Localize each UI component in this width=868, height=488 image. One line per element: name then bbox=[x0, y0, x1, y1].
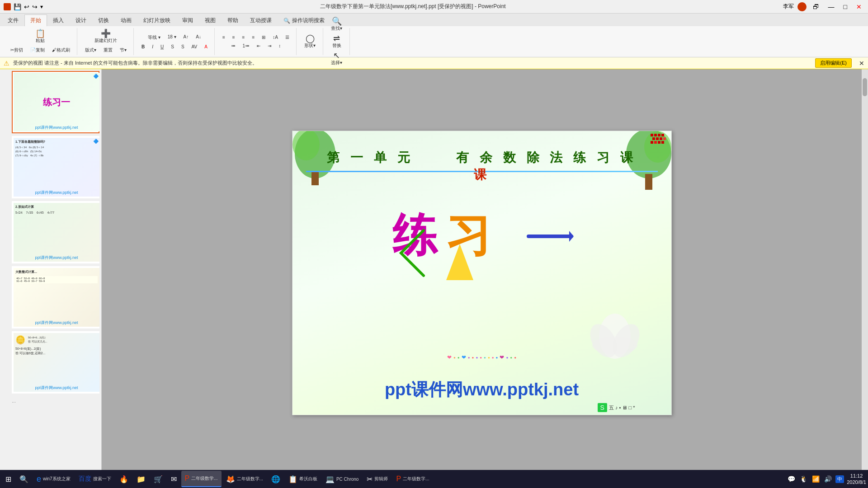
wechat-icon[interactable]: 💬 bbox=[787, 474, 796, 483]
slide-item-4[interactable]: 4 * 大数整式计算... 40÷7 52÷8 46÷9 60÷8 31÷6 4… bbox=[2, 266, 99, 328]
tab-file[interactable]: 文件 bbox=[2, 14, 24, 26]
bold-btn[interactable]: B bbox=[138, 43, 148, 51]
tab-insert[interactable]: 插入 bbox=[47, 14, 70, 26]
shapes-btn[interactable]: ◯ 形状▾ bbox=[301, 33, 319, 50]
find-btn[interactable]: 🔍 查找▾ bbox=[328, 16, 346, 33]
bullet-btn[interactable]: ≔ bbox=[228, 42, 239, 50]
quick-access-save[interactable]: 💾 bbox=[14, 3, 21, 10]
align-center-btn[interactable]: ≡ bbox=[229, 33, 238, 41]
input-method-icon[interactable]: 中 bbox=[835, 475, 844, 483]
shadow-btn[interactable]: S bbox=[178, 43, 188, 51]
svg-rect-14 bbox=[651, 141, 653, 144]
tab-slideshow[interactable]: 幻灯片放映 bbox=[137, 14, 176, 26]
slide-item-1[interactable]: 1 * 练习一 🔷 ppt课件网www.pptkj.net bbox=[2, 71, 99, 133]
yellow-decoration bbox=[446, 244, 473, 282]
tab-view[interactable]: 视图 bbox=[199, 14, 222, 26]
font-color-btn[interactable]: A bbox=[201, 43, 211, 51]
user-avatar[interactable] bbox=[797, 2, 807, 11]
volume-icon[interactable]: 🔊 bbox=[823, 474, 833, 483]
slide-item-3[interactable]: 3 * 2.形如式计算 5√247√356√454√77 ppt课件网www.p… bbox=[2, 201, 99, 263]
quick-access-undo[interactable]: ↩ bbox=[24, 3, 29, 10]
smartart-btn[interactable]: ☰ bbox=[282, 33, 292, 41]
enable-edit-button[interactable]: 启用编辑(E) bbox=[815, 58, 852, 68]
slide-thumb-2[interactable]: 1.下面各题能整除吗? (4) 5＜34 6x (8) 5＜14 (6) 6＜c… bbox=[12, 136, 99, 198]
tab-transitions[interactable]: 切换 bbox=[92, 14, 115, 26]
minimize-btn[interactable]: — bbox=[826, 2, 837, 11]
copy-btn[interactable]: 📄复制 bbox=[27, 46, 48, 55]
lotus-decoration bbox=[585, 305, 644, 361]
underline-btn[interactable]: U bbox=[157, 43, 167, 51]
strikethrough-btn[interactable]: S bbox=[168, 43, 177, 51]
taskbar-folder[interactable]: 📁 bbox=[133, 471, 149, 487]
slide-thumb-1[interactable]: 练习一 🔷 ppt课件网www.pptkj.net bbox=[12, 71, 99, 133]
taskbar-baidu[interactable]: 百度 搜索一下 bbox=[75, 471, 115, 487]
increase-font[interactable]: A↑ bbox=[180, 33, 192, 42]
taskbar-cut[interactable]: ✂ 剪辑师 bbox=[363, 471, 392, 487]
decrease-font[interactable]: A↓ bbox=[193, 33, 204, 42]
ppt1-icon: P bbox=[185, 474, 190, 483]
slide-thumb-5[interactable]: 🪙 50÷8=6...2(元)答:可以买几元... 50÷8=6(套)...2(… bbox=[12, 331, 99, 394]
char-space-btn[interactable]: AV bbox=[189, 43, 201, 51]
protected-bar-close-btn[interactable]: ✕ bbox=[859, 60, 864, 67]
start-button[interactable]: ⊞ bbox=[2, 471, 15, 487]
restore-down-btn[interactable]: 🗗 bbox=[810, 2, 822, 11]
search-button[interactable]: 🔍 bbox=[16, 471, 32, 487]
vertical-scrollbar[interactable] bbox=[862, 69, 868, 477]
italic-btn[interactable]: I bbox=[149, 43, 156, 51]
layout-btn[interactable]: 版式▾ bbox=[82, 46, 99, 55]
slide-preview-4: 大数整式计算... 40÷7 52÷8 46÷9 60÷8 31÷6 45÷9 … bbox=[14, 268, 99, 327]
ribbon-group-paragraph: ≡ ≡ ≡ ≡ ⊞ ↕A ☰ ≔ 1≔ ⇤ ⇥ ↕ bbox=[216, 28, 297, 55]
section-btn[interactable]: 节▾ bbox=[117, 46, 130, 55]
new-slide-btn[interactable]: ➕ 新建幻灯片 bbox=[93, 28, 119, 45]
text-dir-btn[interactable]: ↕A bbox=[269, 33, 281, 41]
system-clock[interactable]: 11:12 2020/8/1 bbox=[847, 473, 866, 486]
mail-icon: ✉ bbox=[171, 475, 177, 483]
taskbar-firefox[interactable]: 🦊 二年级数字... bbox=[222, 471, 267, 487]
pcchrono-label: PC Chrono bbox=[336, 477, 359, 482]
slide-thumb-3[interactable]: 2.形如式计算 5√247√356√454√77 ppt课件网www.pptkj… bbox=[12, 201, 99, 263]
tab-review[interactable]: 审阅 bbox=[176, 14, 199, 26]
indent-dec-btn[interactable]: ⇤ bbox=[254, 42, 264, 50]
taskbar-ppt1[interactable]: P 二年级数学... bbox=[181, 471, 222, 487]
tab-design[interactable]: 设计 bbox=[70, 14, 92, 26]
taskbar-mail[interactable]: ✉ bbox=[167, 471, 180, 487]
xiwobaiboard-icon: 📋 bbox=[288, 475, 297, 483]
slide-item-2[interactable]: 2 * 1.下面各题能整除吗? (4) 5＜34 6x (8) 5＜14 (6)… bbox=[2, 136, 99, 198]
tab-animations[interactable]: 动画 bbox=[115, 14, 137, 26]
quick-access-redo[interactable]: ↪ bbox=[32, 3, 38, 10]
format-painter-btn[interactable]: 🖌格式刷 bbox=[49, 46, 73, 55]
slide-item-5[interactable]: 5 * 🪙 50÷8=6...2(元)答:可以买几元... 50÷8=6(套).… bbox=[2, 331, 99, 394]
taskbar-ppt2[interactable]: P 二年级数字... bbox=[392, 471, 433, 487]
clipboard-small-btns: ✂剪切 📄复制 🖌格式刷 bbox=[7, 46, 73, 55]
align-left-btn[interactable]: ≡ bbox=[219, 33, 228, 41]
qq-icon[interactable]: 🐧 bbox=[799, 474, 808, 483]
reset-btn[interactable]: 重置 bbox=[100, 46, 116, 55]
tab-interactive[interactable]: 互动授课 bbox=[244, 14, 278, 26]
taskbar-chrome[interactable]: 🌐 bbox=[268, 471, 284, 487]
tab-home[interactable]: 开始 bbox=[24, 14, 47, 26]
font-size[interactable]: 18 ▾ bbox=[165, 33, 179, 42]
slide-thumb-4[interactable]: 大数整式计算... 40÷7 52÷8 46÷9 60÷8 31÷6 45÷9 … bbox=[12, 266, 99, 328]
taskbar-fire[interactable]: 🔥 bbox=[116, 471, 132, 487]
new-slide-icon: ➕ bbox=[101, 29, 111, 38]
font-select[interactable]: 等线 ▾ bbox=[145, 33, 164, 42]
scrollbar-thumb[interactable] bbox=[863, 78, 867, 96]
replace-btn[interactable]: ⇌ 替换 bbox=[328, 33, 346, 50]
taskbar-pcchrono[interactable]: 💻 PC Chrono bbox=[322, 471, 362, 487]
taskbar-store[interactable]: 🛒 bbox=[150, 471, 166, 487]
tab-search[interactable]: 🔍 操作说明搜索 bbox=[278, 14, 330, 26]
taskbar-ie[interactable]: e win7系统之家 bbox=[33, 471, 74, 487]
align-right-btn[interactable]: ≡ bbox=[239, 33, 248, 41]
col-btn[interactable]: ⊞ bbox=[259, 33, 269, 41]
paste-btn[interactable]: 📋 粘贴 bbox=[31, 28, 49, 45]
taskbar-xiwobaiboard[interactable]: 📋 希沃白板 bbox=[285, 471, 321, 487]
maximize-btn[interactable]: □ bbox=[841, 2, 850, 11]
close-btn[interactable]: ✕ bbox=[854, 2, 864, 11]
justify-btn[interactable]: ≡ bbox=[249, 33, 258, 41]
number-btn[interactable]: 1≔ bbox=[240, 42, 253, 50]
network-icon[interactable]: 📶 bbox=[811, 474, 821, 483]
line-space-btn[interactable]: ↕ bbox=[275, 42, 284, 50]
tab-help[interactable]: 帮助 bbox=[222, 14, 244, 26]
cut-btn[interactable]: ✂剪切 bbox=[7, 46, 26, 55]
indent-inc-btn[interactable]: ⇥ bbox=[264, 42, 274, 50]
